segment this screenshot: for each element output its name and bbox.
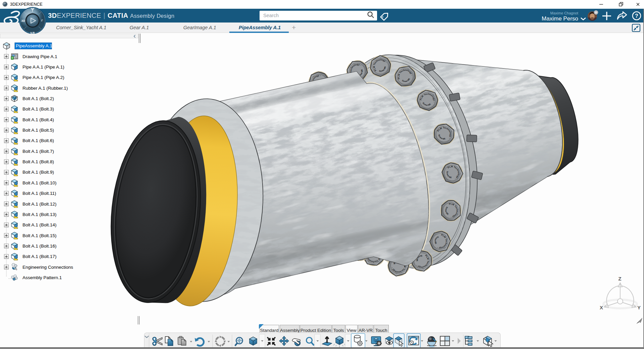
- svg-text:Pipe A A.1 (Pipe A.1): Pipe A A.1 (Pipe A.1): [22, 64, 64, 70]
- svg-text:Assembly Pattern.1: Assembly Pattern.1: [22, 275, 62, 280]
- svg-text:Bolt A.1 (Bolt.6): Bolt A.1 (Bolt.6): [22, 138, 54, 143]
- svg-text:Bolt A.1 (Bolt.2): Bolt A.1 (Bolt.2): [22, 96, 54, 101]
- svg-text:Bolt A.1 (Bolt.7): Bolt A.1 (Bolt.7): [22, 149, 54, 154]
- svg-text:Y: Y: [637, 305, 641, 310]
- svg-text:Bolt A.1 (Bolt.9): Bolt A.1 (Bolt.9): [22, 170, 54, 175]
- svg-text:Bolt A.1 (Bolt.15): Bolt A.1 (Bolt.15): [22, 233, 56, 238]
- svg-text:Bolt A.1 (Bolt.5): Bolt A.1 (Bolt.5): [22, 128, 54, 133]
- svg-text:Rubber A.1 (Rubber.1): Rubber A.1 (Rubber.1): [22, 86, 68, 91]
- svg-text:Bolt A.1 (Bolt.16): Bolt A.1 (Bolt.16): [22, 244, 56, 249]
- svg-text:3D: 3D: [21, 19, 25, 23]
- svg-text:Drawing Pipe A.1: Drawing Pipe A.1: [22, 54, 57, 59]
- svg-text:PipeAssembly A.1: PipeAssembly A.1: [16, 43, 52, 48]
- svg-text:Bolt A.1 (Bolt.12): Bolt A.1 (Bolt.12): [22, 202, 56, 207]
- svg-text:Bolt A.1 (Bolt.8): Bolt A.1 (Bolt.8): [22, 159, 54, 164]
- svg-text:Bolt A.1 (Bolt.17): Bolt A.1 (Bolt.17): [22, 254, 56, 259]
- svg-text:Bolt A.1 (Bolt.10): Bolt A.1 (Bolt.10): [22, 180, 56, 185]
- svg-text:Bolt A.1 (Bolt.4): Bolt A.1 (Bolt.4): [22, 117, 54, 122]
- svg-text:X: X: [600, 305, 603, 310]
- svg-text:Z: Z: [618, 276, 621, 281]
- svg-text:Pipe A A.1 (Pipe A.2): Pipe A A.1 (Pipe A.2): [22, 75, 64, 80]
- svg-text:Engineering Connections: Engineering Connections: [22, 265, 73, 270]
- svg-text:Bolt A.1 (Bolt.13): Bolt A.1 (Bolt.13): [22, 212, 56, 217]
- svg-text:Bolt A.1 (Bolt.11): Bolt A.1 (Bolt.11): [22, 191, 56, 196]
- svg-text:i': i': [41, 19, 43, 22]
- svg-text:Bolt A.1 (Bolt.3): Bolt A.1 (Bolt.3): [22, 106, 54, 112]
- svg-text:?: ?: [635, 13, 638, 19]
- svg-text:Bolt A.1 (Bolt.14): Bolt A.1 (Bolt.14): [22, 222, 56, 227]
